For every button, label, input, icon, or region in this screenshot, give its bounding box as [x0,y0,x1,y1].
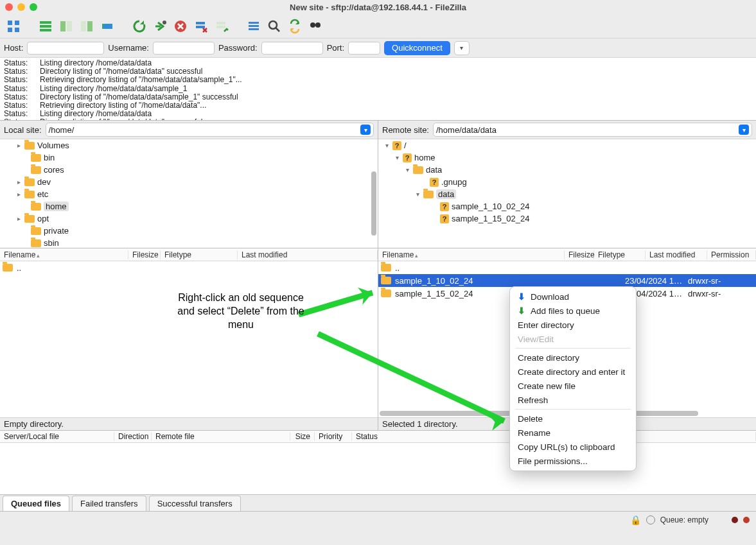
col-filesize[interactable]: Filesize [565,250,594,259]
disclosure-icon[interactable]: ▸ [15,191,22,198]
disclosure-icon[interactable]: ▾ [383,142,390,149]
disconnect-icon[interactable] [191,17,211,36]
quickconnect-button[interactable]: Quickconnect [384,41,450,55]
remote-path-input[interactable]: /home/data/data ▾ [433,123,752,137]
folder-icon [24,215,35,223]
tree-node[interactable]: ▾data [378,164,756,176]
ctx-rename[interactable]: Rename [510,426,636,440]
tab-failed[interactable]: Failed transfers [72,496,146,511]
toggle-queue-icon[interactable] [98,17,117,36]
parent-dir-row[interactable]: .. [378,261,756,274]
ctx-copy-url[interactable]: Copy URL(s) to clipboard [510,440,636,454]
queue-header[interactable]: Server/Local file Direction Remote file … [0,430,756,443]
tree-label: data [436,189,456,199]
col-filetype[interactable]: Filetype [161,250,238,259]
local-site-label: Local site: [4,125,42,135]
svg-rect-19 [249,28,259,30]
reconnect-icon[interactable] [212,17,231,36]
remote-tree[interactable]: ▾?/▾?home▾data?.gnupg▾data?sample_1_10_0… [378,139,756,248]
ctx-create-file[interactable]: Create new file [510,379,636,393]
username-input[interactable] [153,42,215,55]
col-direction[interactable]: Direction [114,432,152,441]
local-tree[interactable]: ▸Volumesbincores▸dev▸etchome▸optprivates… [0,139,378,248]
process-queue-icon[interactable] [150,17,170,36]
unknown-folder-icon: ? [440,202,449,211]
svg-rect-0 [8,21,12,25]
disclosure-icon[interactable]: ▾ [404,166,410,173]
disclosure-icon[interactable]: ▾ [414,191,421,198]
sync-browse-icon[interactable] [285,17,304,36]
local-tree-scrollbar[interactable] [371,171,376,236]
tree-label: private [44,226,69,236]
local-path-dropdown-icon[interactable]: ▾ [360,125,371,135]
svg-rect-8 [67,21,72,31]
quickconnect-history-button[interactable]: ▾ [454,41,470,55]
col-filename[interactable]: Filename [382,250,414,259]
local-file-header[interactable]: Filename▴ Filesize Filetype Last modifie… [0,248,378,261]
tree-node[interactable]: ?sample_1_10_02_24 [378,200,756,212]
local-path-input[interactable]: /home/ ▾ [46,123,374,137]
tree-node[interactable]: private [0,225,378,237]
remote-path-text: /home/data/data [436,125,497,135]
ctx-file-permissions[interactable]: File permissions... [510,454,636,468]
tree-node[interactable]: ?.gnupg [378,176,756,188]
tree-node[interactable]: ▾?/ [378,139,756,151]
file-name: .. [395,263,400,273]
tab-queued[interactable]: Queued files [3,496,69,511]
unknown-folder-icon: ? [440,214,449,223]
toggle-remote-tree-icon[interactable] [77,17,96,36]
disclosure-icon[interactable]: ▸ [15,142,22,149]
refresh-icon[interactable] [130,17,149,36]
col-permissions[interactable]: Permission [707,250,756,259]
tree-node[interactable]: ▸Volumes [0,139,378,151]
tree-node[interactable]: sbin [0,237,378,248]
tree-node[interactable]: home [0,200,378,212]
col-server[interactable]: Server/Local file [0,432,114,441]
disclosure-icon[interactable]: ▾ [394,154,400,161]
tree-node[interactable]: ▸opt [0,212,378,225]
disclosure-icon[interactable]: ▸ [15,178,22,186]
col-filetype[interactable]: Filetype [594,250,646,259]
tree-node[interactable]: ▾data [378,188,756,200]
col-filename[interactable]: Filename [4,250,35,259]
disclosure-icon[interactable]: ▸ [15,215,22,222]
filter-icon[interactable] [244,17,263,36]
queue-body[interactable] [0,443,756,494]
log-line: Status:Listing directory /home/data/data… [4,85,752,93]
tree-node[interactable]: ?sample_1_15_02_24 [378,212,756,225]
tree-node[interactable]: bin [0,151,378,164]
tree-node[interactable]: ▾?home [378,151,756,164]
col-priority[interactable]: Priority [315,432,352,441]
site-manager-icon[interactable] [4,17,23,36]
search-remote-icon[interactable] [306,17,325,36]
col-lastmod[interactable]: Last modified [238,250,378,259]
directory-compare-icon[interactable] [265,17,284,36]
ctx-download[interactable]: ⬇Download [510,290,636,304]
remote-path-dropdown-icon[interactable]: ▾ [739,125,749,135]
parent-dir-row[interactable]: .. [0,261,378,274]
password-label: Password: [218,43,258,53]
tree-node[interactable]: ▸dev [0,176,378,188]
port-input[interactable] [348,42,380,55]
col-size[interactable]: Size [290,432,315,441]
folder-icon [31,203,41,211]
file-row[interactable]: sample_1_10_02_2423/04/2024 1…drwxr-sr- [378,274,756,287]
ctx-add-to-queue[interactable]: ⬇Add files to queue [510,304,636,318]
col-remote[interactable]: Remote file [152,432,290,441]
ctx-create-directory[interactable]: Create directory [510,350,636,365]
tree-node[interactable]: ▸etc [0,188,378,200]
cancel-icon[interactable] [171,17,190,36]
remote-file-header[interactable]: Filename▴ Filesize Filetype Last modifie… [378,248,756,261]
ctx-create-directory-enter[interactable]: Create directory and enter it [510,365,636,379]
tab-success[interactable]: Successful transfers [149,496,241,511]
ctx-enter-directory[interactable]: Enter directory [510,318,636,332]
col-lastmod[interactable]: Last modified [646,250,707,259]
password-input[interactable] [261,42,323,55]
toggle-local-tree-icon[interactable] [57,17,76,36]
host-input[interactable] [27,42,104,55]
toggle-log-icon[interactable] [36,17,55,36]
tree-node[interactable]: cores [0,164,378,176]
ctx-refresh[interactable]: Refresh [510,393,636,407]
ctx-delete[interactable]: Delete [510,411,636,426]
col-filesize[interactable]: Filesize [128,250,161,259]
